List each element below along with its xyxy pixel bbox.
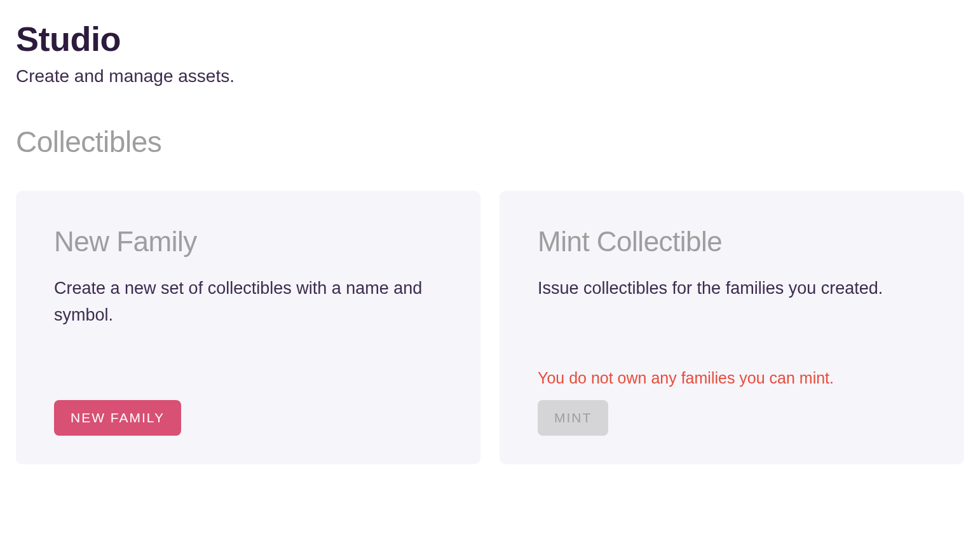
cards-container: New Family Create a new set of collectib… [16, 191, 964, 464]
card-new-family: New Family Create a new set of collectib… [16, 191, 480, 464]
card-description-new-family: Create a new set of collectibles with a … [54, 275, 442, 400]
mint-button: MINT [538, 400, 608, 436]
card-title-new-family: New Family [54, 226, 442, 258]
page-title: Studio [16, 19, 964, 59]
card-actions-new-family: NEW FAMILY [54, 400, 442, 436]
card-title-mint-collectible: Mint Collectible [538, 226, 926, 258]
new-family-button[interactable]: NEW FAMILY [54, 400, 181, 436]
card-description-mint-collectible: Issue collectibles for the families you … [538, 275, 926, 334]
page-subtitle: Create and manage assets. [16, 66, 964, 87]
card-warning-mint-collectible: You do not own any families you can mint… [538, 369, 926, 387]
section-title-collectibles: Collectibles [16, 125, 964, 159]
card-actions-mint-collectible: MINT [538, 400, 926, 436]
card-mint-collectible: Mint Collectible Issue collectibles for … [500, 191, 964, 464]
